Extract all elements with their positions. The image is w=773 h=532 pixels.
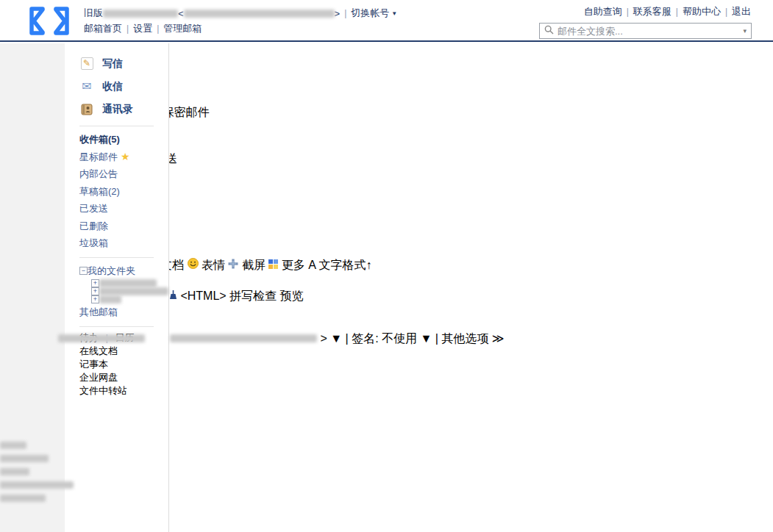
sidebar-folder-drafts[interactable]: 草稿箱(2) (79, 183, 168, 201)
preview-button[interactable]: 预览 (280, 290, 304, 302)
page-body: ✎ 写信 ✉ 收信 通讯录 收件箱(5) 星标邮件★ 内部公告 草稿箱(2) 已… (0, 43, 773, 532)
clear-format-button[interactable] (169, 290, 180, 302)
settings-link[interactable]: 设置 (133, 22, 152, 35)
sidebar: ✎ 写信 ✉ 收信 通讯录 收件箱(5) 星标邮件★ 内部公告 草稿箱(2) 已… (65, 43, 169, 532)
expand-box-icon[interactable]: + (91, 279, 99, 287)
my-folders-root[interactable]: − 我的文件夹 (79, 262, 168, 280)
separator: | (127, 24, 129, 34)
insert-emoji-button[interactable]: 表情 (188, 259, 229, 271)
html-mode-button[interactable]: <HTML> (180, 290, 226, 302)
my-folder-item[interactable]: + (91, 279, 168, 287)
separator: | (344, 8, 346, 18)
screenshot-label: 截屏 (242, 259, 266, 271)
spell-check-button[interactable]: 拼写检查 (229, 290, 277, 302)
redacted-contact-name (0, 495, 46, 502)
star-icon: ★ (121, 151, 130, 162)
more-tools-button[interactable]: 更多 (268, 259, 308, 271)
sidebar-item-online-docs[interactable]: 在线文档 (79, 345, 118, 356)
account-line: 旧版 < > | 切换帐号 ▼ (84, 7, 397, 20)
chevron-down-icon[interactable]: ▼ (391, 10, 397, 17)
redacted-folder-name (99, 287, 168, 295)
my-folder-item[interactable]: + (91, 295, 168, 303)
more-label: 更多 (282, 259, 305, 271)
redacted-account-name (103, 10, 178, 18)
redacted-folder-name (99, 295, 121, 303)
sidebar-item-label: 写信 (102, 57, 123, 71)
redacted-contact-name (0, 468, 29, 475)
sender-dropdown-icon[interactable]: ▼ (330, 332, 342, 345)
angle-close: > (320, 332, 327, 345)
redacted-contact-name (0, 442, 26, 449)
top-right-links: 自助查询 | 联系客服 | 帮助中心 | 退出 (584, 5, 751, 18)
contacts-book-icon (79, 104, 94, 115)
folder-list: 收件箱(5) 星标邮件★ 内部公告 草稿箱(2) 已发送 已删除 垃圾箱 (79, 131, 168, 252)
broom-icon (169, 290, 177, 300)
more-grid-icon (268, 259, 278, 269)
mail-search-box[interactable]: ▾ (539, 23, 752, 39)
separator: | (435, 332, 438, 345)
my-folder-item[interactable]: + (91, 287, 168, 295)
expand-box-icon[interactable]: + (91, 287, 99, 295)
compose-pencil-icon: ✎ (79, 57, 94, 70)
sidebar-folder-sent[interactable]: 已发送 (79, 200, 168, 218)
sidebar-item-contacts[interactable]: 通讯录 (79, 98, 168, 121)
signature-selector[interactable]: 签名: 不使用 (352, 332, 417, 345)
mailbox-home-link[interactable]: 邮箱首页 (84, 22, 122, 35)
divider (79, 257, 154, 258)
manage-mailbox-link[interactable]: 管理邮箱 (163, 22, 202, 35)
tree-label: 我的文件夹 (88, 262, 135, 280)
redacted-folder-name (99, 279, 157, 287)
account-nav: 邮箱首页 | 设置 | 管理邮箱 (84, 22, 397, 35)
separator: | (627, 7, 629, 17)
format-A-icon: A (308, 259, 316, 271)
redacted-sender-email (170, 334, 317, 342)
other-options-toggle[interactable]: 其他选项 (441, 332, 488, 345)
sidebar-item-compose[interactable]: ✎ 写信 (79, 52, 168, 75)
switch-account-link[interactable]: 切换帐号 (351, 7, 389, 20)
chevrons-down-icon[interactable]: ≫ (492, 332, 505, 345)
sidebar-item-receive[interactable]: ✉ 收信 (79, 75, 168, 98)
sidebar-item-label: 收信 (102, 80, 123, 93)
separator: | (157, 24, 159, 34)
sidebar-item-file-transfer[interactable]: 文件中转站 (79, 385, 127, 396)
exmail-logo-icon (25, 4, 74, 40)
screenshot-button[interactable]: 截屏 (228, 259, 268, 271)
help-center-link[interactable]: 帮助中心 (683, 5, 721, 18)
sidebar-folder-inbox[interactable]: 收件箱(5) (79, 131, 168, 148)
expand-box-icon[interactable]: + (91, 295, 99, 303)
search-icon (544, 24, 554, 37)
redacted-sender-name (58, 334, 145, 342)
logout-link[interactable]: 退出 (732, 5, 751, 18)
signature-dropdown-icon[interactable]: ▼ (420, 332, 432, 345)
text-format-label: 文字格式↑ (319, 259, 372, 271)
receive-mail-icon: ✉ (79, 79, 94, 93)
redacted-contact-name (0, 481, 74, 489)
separator: | (676, 7, 678, 17)
redacted-contact-name (0, 455, 49, 462)
separator: | (346, 332, 349, 345)
sidebar-folder-announcements[interactable]: 内部公告 (79, 165, 168, 183)
tree-label: 其他邮箱 (79, 303, 118, 321)
app-header: 旧版 < > | 切换帐号 ▼ 邮箱首页 | 设置 | 管理邮箱 自助查询 | … (0, 0, 773, 42)
self-service-link[interactable]: 自助查询 (584, 5, 622, 18)
sidebar-item-label: 通讯录 (102, 103, 133, 116)
text-format-toggle[interactable]: A 文字格式↑ (308, 259, 371, 271)
sidebar-item-company-drive[interactable]: 企业网盘 (79, 372, 118, 383)
search-scope-dropdown-icon[interactable]: ▾ (743, 27, 747, 35)
account-info: 旧版 < > | 切换帐号 ▼ 邮箱首页 | 设置 | 管理邮箱 (84, 7, 397, 35)
other-mailbox-item[interactable]: 其他邮箱 (79, 303, 168, 321)
sidebar-folder-starred[interactable]: 星标邮件★ (79, 148, 168, 166)
sidebar-item-notebook[interactable]: 记事本 (79, 359, 108, 370)
account-prefix: 旧版 (84, 7, 103, 20)
angle-open: < (178, 8, 184, 19)
divider (79, 126, 154, 126)
collapse-box-icon[interactable]: − (79, 267, 88, 275)
separator: | (725, 7, 727, 17)
sidebar-folder-deleted[interactable]: 已删除 (79, 218, 168, 235)
contact-support-link[interactable]: 联系客服 (633, 5, 672, 18)
emoji-label: 表情 (202, 259, 225, 271)
my-folders-tree: − 我的文件夹 + + + 其他邮箱 (79, 262, 168, 321)
sidebar-folder-junk[interactable]: 垃圾箱 (79, 234, 168, 252)
divider (79, 326, 154, 327)
search-input[interactable] (558, 26, 743, 37)
